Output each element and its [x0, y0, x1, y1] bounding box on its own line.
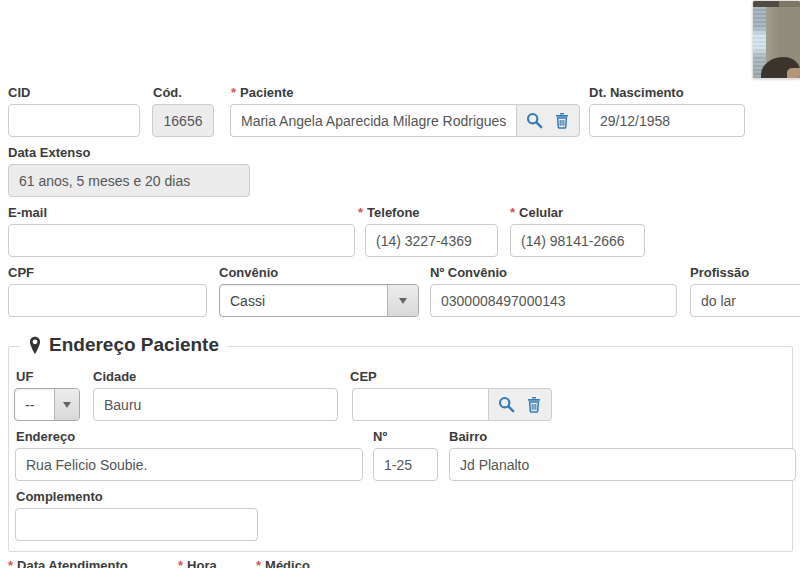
- telefone-label-text: Telefone: [367, 205, 420, 220]
- uf-label: UF: [16, 370, 33, 384]
- profissao-input[interactable]: [690, 284, 800, 317]
- required-asterisk: *: [510, 205, 515, 220]
- cod-input: [152, 104, 214, 137]
- cpf-label: CPF: [8, 266, 34, 280]
- bairro-label: Bairro: [449, 430, 487, 444]
- convenio-select[interactable]: Cassi: [219, 284, 419, 317]
- required-asterisk: *: [178, 558, 183, 568]
- numero-label: Nº: [373, 430, 387, 444]
- email-input[interactable]: [8, 224, 355, 257]
- patient-photo[interactable]: [752, 0, 800, 79]
- search-icon[interactable]: [526, 112, 543, 129]
- trash-icon[interactable]: [526, 396, 542, 413]
- cid-label: CID: [8, 86, 30, 100]
- celular-label-text: Celular: [519, 205, 563, 220]
- convenio-label: Convênio: [219, 266, 278, 280]
- dt-nascimento-input[interactable]: [589, 104, 745, 137]
- photo-person-face: [787, 68, 800, 78]
- bairro-input[interactable]: [449, 448, 796, 481]
- required-asterisk: *: [8, 558, 13, 568]
- cid-input[interactable]: [8, 104, 140, 137]
- uf-selected-value: --: [15, 389, 54, 420]
- num-convenio-input[interactable]: [430, 284, 677, 317]
- cidade-label: Cidade: [93, 370, 136, 384]
- paciente-label: *Paciente: [231, 86, 294, 100]
- uf-select[interactable]: --: [14, 388, 80, 421]
- required-asterisk: *: [231, 85, 236, 100]
- dt-nascimento-label: Dt. Nascimento: [589, 86, 684, 100]
- medico-label: *Médico: [256, 558, 310, 568]
- patient-form-page: CID Cód. *Paciente Dt. Nascimento Data E…: [0, 0, 800, 568]
- convenio-selected-value: Cassi: [220, 285, 387, 316]
- cidade-input[interactable]: [93, 388, 338, 421]
- telefone-input[interactable]: [365, 224, 498, 257]
- cep-input-group: [352, 388, 552, 421]
- telefone-label: *Telefone: [358, 206, 420, 220]
- chevron-down-icon: [387, 285, 418, 316]
- numero-input[interactable]: [373, 448, 438, 481]
- data-extenso-input: [8, 164, 250, 197]
- map-pin-icon: [28, 336, 42, 355]
- data-atendimento-label-text: Data Atendimento: [17, 558, 128, 568]
- hora-label: *Hora: [178, 558, 217, 568]
- data-atendimento-label: *Data Atendimento: [8, 558, 128, 568]
- endereco-input[interactable]: [15, 448, 363, 481]
- email-label: E-mail: [8, 206, 47, 220]
- celular-input[interactable]: [510, 224, 645, 257]
- celular-label: *Celular: [510, 206, 563, 220]
- medico-label-text: Médico: [265, 558, 310, 568]
- trash-icon[interactable]: [554, 112, 570, 129]
- cpf-input[interactable]: [8, 284, 207, 317]
- chevron-down-icon: [54, 389, 79, 420]
- search-icon[interactable]: [498, 396, 515, 413]
- paciente-addon: [516, 104, 580, 137]
- data-extenso-label: Data Extenso: [8, 146, 90, 160]
- cep-label: CEP: [350, 370, 377, 384]
- paciente-input[interactable]: [230, 104, 516, 137]
- paciente-input-group: [230, 104, 580, 137]
- complemento-label: Complemento: [16, 490, 103, 504]
- num-convenio-label: Nº Convênio: [430, 266, 507, 280]
- endereco-paciente-legend: Endereço Paciente: [20, 334, 227, 356]
- cep-input[interactable]: [352, 388, 488, 421]
- required-asterisk: *: [358, 205, 363, 220]
- paciente-label-text: Paciente: [240, 85, 293, 100]
- hora-label-text: Hora: [187, 558, 217, 568]
- profissao-label: Profissão: [690, 266, 749, 280]
- endereco-label: Endereço: [16, 430, 75, 444]
- complemento-input[interactable]: [15, 508, 258, 541]
- endereco-paciente-legend-text: Endereço Paciente: [49, 334, 219, 356]
- cep-addon: [488, 388, 552, 421]
- cod-label: Cód.: [153, 86, 182, 100]
- required-asterisk: *: [256, 558, 261, 568]
